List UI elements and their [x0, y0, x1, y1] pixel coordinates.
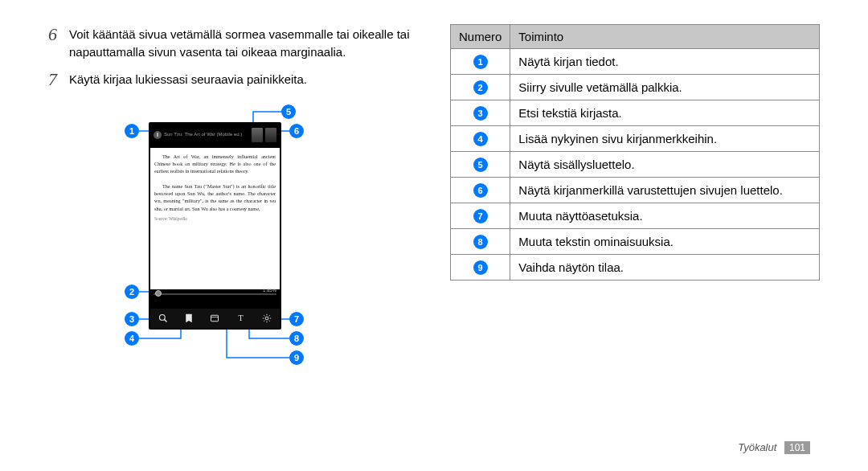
text-settings-icon[interactable]: T	[236, 313, 246, 323]
row-desc-3: Etsi tekstiä kirjasta.	[510, 100, 820, 126]
section-name: Työkalut	[738, 441, 776, 453]
row-badge-2: 2	[473, 80, 488, 95]
progress-percent: 1.85%	[263, 288, 276, 293]
search-icon[interactable]	[158, 313, 168, 323]
step-text-7: Käytä kirjaa lukiessasi seuraavia painik…	[69, 69, 307, 90]
row-badge-8: 8	[473, 235, 488, 249]
callout-4: 4	[125, 331, 139, 346]
row-desc-4: Lisää nykyinen sivu kirjanmerkkeihin.	[510, 126, 820, 152]
svg-line-14	[268, 320, 269, 321]
book-title: Sun Tzu: The Art of War (Mobile ed.)	[162, 132, 252, 137]
table-row: 6 Näytä kirjanmerkillä varustettujen siv…	[451, 178, 820, 203]
step-text-6: Voit kääntää sivua vetämällä sormea vase…	[69, 24, 418, 61]
row-badge-3: 3	[473, 106, 488, 121]
svg-line-13	[264, 315, 264, 316]
callout-9: 9	[289, 350, 304, 365]
bookmark-icon[interactable]	[184, 313, 194, 323]
gear-icon[interactable]	[262, 313, 272, 323]
display-mode-icon[interactable]	[210, 313, 219, 323]
row-badge-9: 9	[473, 260, 488, 275]
svg-point-8	[265, 317, 268, 320]
callout-7: 7	[289, 312, 304, 326]
row-desc-1: Näytä kirjan tiedot.	[510, 49, 820, 75]
bookmarks-list-icon[interactable]	[265, 128, 276, 142]
row-desc-8: Muuta tekstin ominaisuuksia.	[510, 229, 820, 255]
callout-8: 8	[289, 331, 304, 346]
svg-line-5	[165, 319, 167, 322]
table-header-number: Numero	[451, 25, 510, 49]
table-header-function: Toiminto	[510, 25, 820, 49]
row-desc-9: Vaihda näytön tilaa.	[510, 255, 820, 281]
svg-point-4	[160, 314, 166, 320]
svg-line-16	[268, 315, 269, 316]
callout-2: 2	[125, 285, 139, 299]
row-badge-4: 4	[473, 132, 488, 146]
callout-3: 3	[125, 312, 139, 326]
ebook-reader-screen: i Sun Tzu: The Art of War (Mobile ed.) T…	[149, 122, 281, 330]
row-badge-5: 5	[473, 158, 488, 172]
callout-5: 5	[281, 104, 296, 119]
page-number: 101	[784, 441, 810, 454]
table-row: 9 Vaihda näytön tilaa.	[451, 255, 820, 281]
info-icon[interactable]: i	[154, 131, 162, 139]
row-badge-7: 7	[473, 209, 488, 223]
functions-table: Numero Toiminto 1 Näytä kirjan tiedot. 2…	[450, 24, 820, 281]
svg-rect-6	[211, 315, 219, 322]
row-badge-6: 6	[473, 183, 488, 198]
table-row: 8 Muuta tekstin ominaisuuksia.	[451, 229, 820, 255]
row-desc-2: Siirry sivulle vetämällä palkkia.	[510, 75, 820, 100]
table-row: 2 Siirry sivulle vetämällä palkkia.	[451, 75, 820, 100]
book-page-content: The Art of War, an immensely influential…	[150, 148, 280, 289]
table-row: 4 Lisää nykyinen sivu kirjanmerkkeihin.	[451, 126, 820, 152]
table-row: 3 Etsi tekstiä kirjasta.	[451, 100, 820, 126]
row-desc-6: Näytä kirjanmerkillä varustettujen sivuj…	[510, 178, 820, 203]
page-footer: Työkalut 101	[738, 441, 810, 453]
table-row: 7 Muuta näyttöasetuksia.	[451, 203, 820, 229]
row-badge-1: 1	[473, 55, 488, 69]
page-slider[interactable]: 1.85%	[154, 289, 276, 299]
toc-icon[interactable]	[252, 128, 263, 142]
callout-1: 1	[125, 124, 139, 138]
reader-diagram: 1 2 3 4 5 6 7 8 9 i Sun Tzu: The Art of …	[48, 98, 370, 367]
step-number-7: 7	[48, 69, 63, 90]
table-row: 5 Näytä sisällysluettelo.	[451, 152, 820, 178]
step-number-6: 6	[48, 24, 63, 61]
row-desc-5: Näytä sisällysluettelo.	[510, 152, 820, 178]
callout-6: 6	[289, 124, 304, 138]
row-desc-7: Muuta näyttöasetuksia.	[510, 203, 820, 229]
svg-line-15	[264, 320, 264, 321]
table-row: 1 Näytä kirjan tiedot.	[451, 49, 820, 75]
